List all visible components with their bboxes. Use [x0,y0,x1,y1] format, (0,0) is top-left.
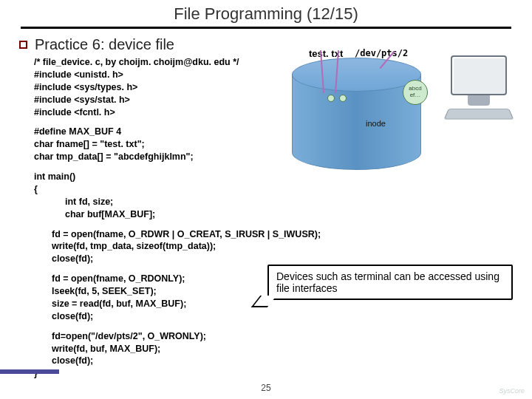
page-number: 25 [261,383,270,393]
inode-label: inode [366,119,386,128]
inode-dot-icon [327,95,335,102]
code-write-block: fd = open(fname, O_RDWR | O_CREAT, S_IRU… [52,228,510,266]
slide-title: File Programming (12/15) [21,0,511,29]
disk-diagram: abcd ef… inode [292,58,432,187]
label-dev-path: /dev/pts/2 [355,48,408,58]
code-main-open: int main() { [34,171,510,196]
keyboard-icon [444,109,514,119]
monitor-stand-icon [468,95,490,106]
section-header: Practice 6: device file [19,36,510,53]
code-main-close: } [34,367,510,380]
section-title: Practice 6: device file [35,36,174,53]
disk-top [292,58,421,92]
bullet-icon [19,41,27,49]
logo-watermark: SysCore [499,387,525,395]
code-defines: #define MAX_BUF 4 char fname[] = "test. … [34,126,510,163]
code-device-block: fd=open("/dev/pts/2", O_WRONLY); write(f… [52,330,510,368]
data-blob: abcd ef… [403,80,428,105]
decorative-bar [0,369,59,374]
code-includes: /* file_device. c, by choijm. choijm@dku… [34,56,293,118]
inode-dot-icon [339,95,347,102]
callout-box: Devices such as terminal can be accessed… [267,265,513,300]
code-decl: int fd, size; char buf[MAX_BUF]; [65,196,510,221]
inode-dots [327,95,347,102]
monitor-screen-icon [451,55,507,95]
terminal-icon [442,55,516,120]
